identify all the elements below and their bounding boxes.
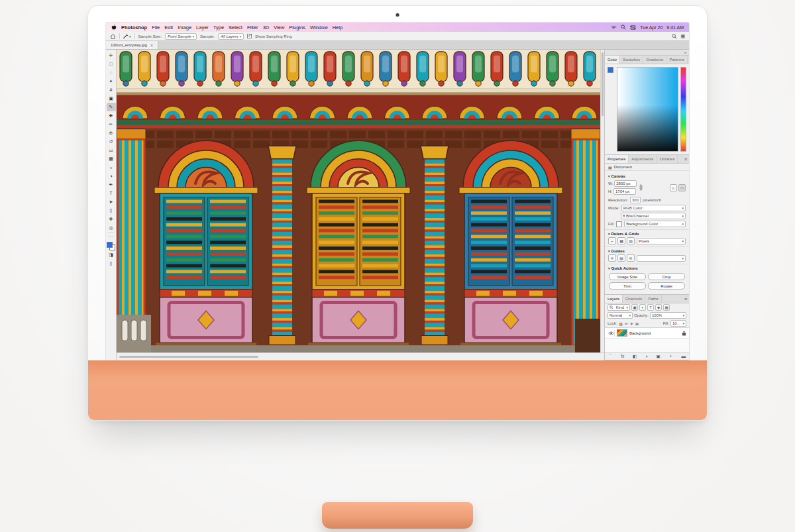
path-selection-tool[interactable]: ➤ [107,197,116,206]
tab-properties[interactable]: Properties [605,155,629,163]
chevron-down-icon[interactable]: ▾ [608,174,610,178]
tab-patterns[interactable]: Patterns [666,56,687,64]
menu-layer[interactable]: Layer [196,25,209,30]
hue-slider[interactable] [680,67,686,152]
menu-bar-date[interactable]: Tue Apr 20 [640,25,662,30]
sample-select[interactable]: All Layers▾ [218,33,244,40]
menu-select[interactable]: Select [229,25,242,30]
tab-color[interactable]: Color [605,56,620,64]
menu-bar-time[interactable]: 9:41 AM [666,25,684,30]
history-brush-tool[interactable]: ↺ [107,137,116,146]
grid-toggle-icon[interactable]: ▦ [617,237,625,244]
quick-action-trim[interactable]: Trim [609,282,646,290]
type-tool[interactable]: T [107,189,116,197]
add-guide-icon[interactable]: ✛ [608,254,616,262]
new-layer-icon[interactable]: ＋ [668,353,673,359]
vertical-scrollbar[interactable] [600,50,604,352]
chevron-down-icon[interactable]: ▾ [608,249,610,253]
menu-plugins[interactable]: Plugins [289,25,305,30]
chevron-down-icon[interactable]: ▾ [608,232,610,236]
panel-menu-icon[interactable]: ≡ [682,155,689,163]
filter-adjustment-layers-icon[interactable]: ◐ [639,304,646,311]
menu-view[interactable]: View [274,25,284,30]
color-mode-select[interactable]: RGB Color▾ [621,205,686,211]
clear-guides-icon[interactable]: ⊘ [627,254,635,262]
layer-visibility-toggle[interactable] [608,330,615,337]
fill-color-swatch[interactable] [616,221,622,227]
quick-action-rotate[interactable]: Rotate [648,282,685,290]
units-select[interactable]: Pixels▾ [637,238,686,244]
lasso-tool[interactable]: ◌ [107,68,116,77]
tab-layers[interactable]: Layers [605,295,623,303]
hand-tool[interactable]: ✥ [107,215,116,223]
lock-position-icon[interactable]: ✛ [629,321,634,326]
collapse-panels-icon[interactable]: « [684,50,686,54]
blur-tool[interactable]: ◒ [107,163,116,172]
eraser-tool[interactable]: ▭ [107,146,116,154]
opacity-select[interactable]: 100%▾ [650,312,686,319]
document-tab[interactable]: 130unt_entryway.jpg × [106,41,158,49]
sample-size-select[interactable]: Point Sample▾ [165,33,197,40]
dodge-tool[interactable]: ◑ [107,172,116,180]
bit-depth-select[interactable]: 8 Bits/Channel▾ [621,213,686,219]
quick-action-image-size[interactable]: Image Size [609,273,646,280]
layer-group-icon[interactable]: ▣ [656,354,660,359]
clone-stamp-tool[interactable]: ⊕ [107,129,116,137]
pen-tool[interactable]: ✒ [107,180,116,189]
saturation-brightness-field[interactable] [617,67,678,152]
panel-menu-icon[interactable]: ≡ [688,56,689,64]
healing-brush-tool[interactable]: ✚ [107,111,116,120]
foreground-color-chip[interactable] [107,242,113,248]
panel-menu-icon[interactable]: ≡ [682,295,689,303]
canvas-artwork[interactable] [117,50,600,352]
home-icon[interactable] [110,34,116,39]
landscape-orientation-button[interactable]: ▭ [678,184,686,191]
crop-tool[interactable]: # [107,85,116,94]
guides-select[interactable]: ▾ [637,255,686,262]
canvas-height-field[interactable]: 1704 px [613,188,636,195]
filter-shape-layers-icon[interactable]: ◆ [655,304,662,311]
layer-thumbnail[interactable] [617,329,627,337]
show-sampling-ring-checkbox[interactable] [247,34,252,38]
scrollbar-thumb[interactable] [119,356,258,358]
search-icon[interactable] [672,34,677,39]
move-tool[interactable]: ✛ [107,51,116,60]
portrait-orientation-button[interactable]: ▯ [670,184,677,191]
tab-libraries[interactable]: Libraries [657,155,678,163]
snap-toggle-icon[interactable]: ▥ [627,237,635,244]
close-icon[interactable]: × [150,43,153,48]
wifi-icon[interactable] [611,25,617,30]
eyedropper-tool-preset-icon[interactable]: ▾ [123,34,131,39]
tab-swatches[interactable]: Swatches [620,56,643,64]
layer-filter-select[interactable]: Kind▾ [608,304,630,311]
layer-mask-icon[interactable]: ◧ [633,354,637,359]
layer-fill-select[interactable]: 100%▾ [670,320,686,327]
lock-image-pixels-icon[interactable]: ✏ [624,321,629,326]
filter-type-layers-icon[interactable]: T [647,304,654,311]
screen-mode-icon[interactable]: ▯ [107,259,116,268]
horizontal-scrollbar[interactable] [117,352,604,360]
lock-all-icon[interactable]: ⊠ [635,321,639,326]
link-layers-icon[interactable]: ⌒ [608,353,613,359]
resolution-field[interactable]: 300 [630,197,641,203]
scrollbar-thumb[interactable] [602,52,604,116]
layer-effects-icon[interactable]: fx [621,354,624,358]
apple-menu[interactable] [111,25,117,30]
chevron-down-icon[interactable]: ▾ [608,266,610,270]
filter-pixel-layers-icon[interactable]: ▣ [631,304,638,311]
menu-3d[interactable]: 3D [263,25,270,30]
guide-layout-icon[interactable]: ▤ [617,254,625,262]
zoom-tool[interactable]: ◎ [107,223,116,232]
menu-image[interactable]: Image [178,25,191,30]
tab-paths[interactable]: Paths [645,295,661,303]
brush-tool[interactable]: ✏ [107,120,116,129]
quick-mask-icon[interactable]: ◨ [107,250,116,259]
menu-edit[interactable]: Edit [164,25,173,30]
menu-filter[interactable]: Filter [247,25,258,30]
adjustment-layer-icon[interactable]: ◑ [645,354,648,358]
gradient-tool[interactable]: ▦ [107,154,116,163]
link-dimensions-icon[interactable] [639,184,643,191]
marquee-tool[interactable]: □ [107,60,116,68]
menu-file[interactable]: File [152,25,160,30]
tab-gradients[interactable]: Gradients [643,56,666,64]
